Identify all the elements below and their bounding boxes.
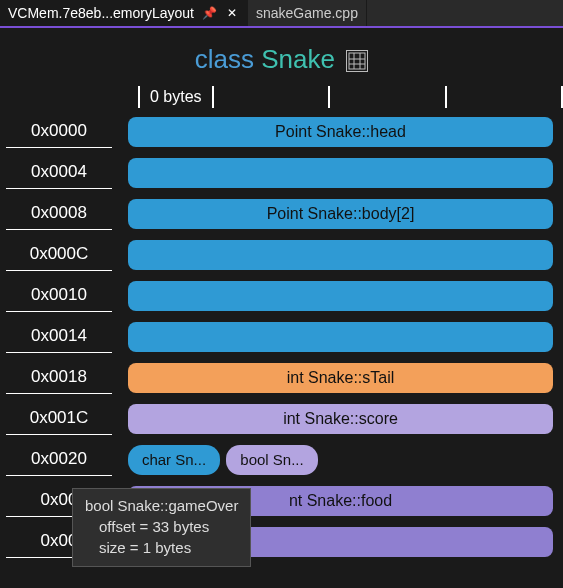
class-heading: class Snake — [0, 28, 563, 85]
ruler-tick — [212, 86, 214, 108]
ruler-tick — [328, 86, 330, 108]
member-chips: char Sn...bool Sn... — [128, 445, 553, 475]
member-bar[interactable] — [128, 240, 553, 270]
address-cell: 0x0008 — [6, 197, 112, 230]
address-cell: 0x0010 — [6, 279, 112, 312]
memory-row: 0x0010 — [6, 275, 553, 316]
tooltip-offset: offset = 33 bytes — [85, 516, 238, 537]
byte-ruler: 0 bytes — [128, 85, 563, 109]
member-bar[interactable]: Point Snake::head — [128, 117, 553, 147]
address-cell: 0x0020 — [6, 443, 112, 476]
address-cell: 0x0018 — [6, 361, 112, 394]
member-bar[interactable] — [128, 322, 553, 352]
close-icon[interactable]: ✕ — [225, 6, 239, 20]
class-name: Snake — [261, 44, 335, 74]
ruler-tick — [445, 86, 447, 108]
tab-memory-layout[interactable]: VCMem.7e8eb...emoryLayout 📌 ✕ — [0, 0, 248, 26]
tab-label: VCMem.7e8eb...emoryLayout — [8, 5, 194, 21]
memory-row: 0x0018int Snake::sTail — [6, 357, 553, 398]
keyword: class — [195, 44, 254, 74]
address-cell: 0x0014 — [6, 320, 112, 353]
member-bar[interactable] — [128, 281, 553, 311]
memory-row: 0x0008Point Snake::body[2] — [6, 193, 553, 234]
memory-row: 0x0020char Sn...bool Sn... — [6, 439, 553, 480]
member-chip[interactable]: char Sn... — [128, 445, 220, 475]
address-cell: 0x000C — [6, 238, 112, 271]
svg-rect-0 — [349, 53, 365, 69]
tab-label: snakeGame.cpp — [256, 5, 358, 21]
tab-snake-cpp[interactable]: snakeGame.cpp — [248, 0, 367, 26]
tooltip: bool Snake::gameOver offset = 33 bytes s… — [72, 488, 251, 567]
memory-row: 0x0000Point Snake::head — [6, 111, 553, 152]
tooltip-title: bool Snake::gameOver — [85, 495, 238, 516]
tab-bar: VCMem.7e8eb...emoryLayout 📌 ✕ snakeGame.… — [0, 0, 563, 28]
tooltip-size: size = 1 bytes — [85, 537, 238, 558]
table-view-icon[interactable] — [346, 50, 368, 72]
address-cell: 0x001C — [6, 402, 112, 435]
member-bar[interactable] — [128, 158, 553, 188]
ruler-label: 0 bytes — [140, 88, 212, 106]
address-cell: 0x0000 — [6, 115, 112, 148]
address-cell: 0x0004 — [6, 156, 112, 189]
memory-row: 0x0014 — [6, 316, 553, 357]
memory-row: 0x001Cint Snake::score — [6, 398, 553, 439]
member-bar[interactable]: int Snake::sTail — [128, 363, 553, 393]
member-bar[interactable]: Point Snake::body[2] — [128, 199, 553, 229]
pin-icon[interactable]: 📌 — [200, 6, 219, 20]
memory-row: 0x000C — [6, 234, 553, 275]
member-bar[interactable]: int Snake::score — [128, 404, 553, 434]
member-chip[interactable]: bool Sn... — [226, 445, 318, 475]
memory-row: 0x0004 — [6, 152, 553, 193]
